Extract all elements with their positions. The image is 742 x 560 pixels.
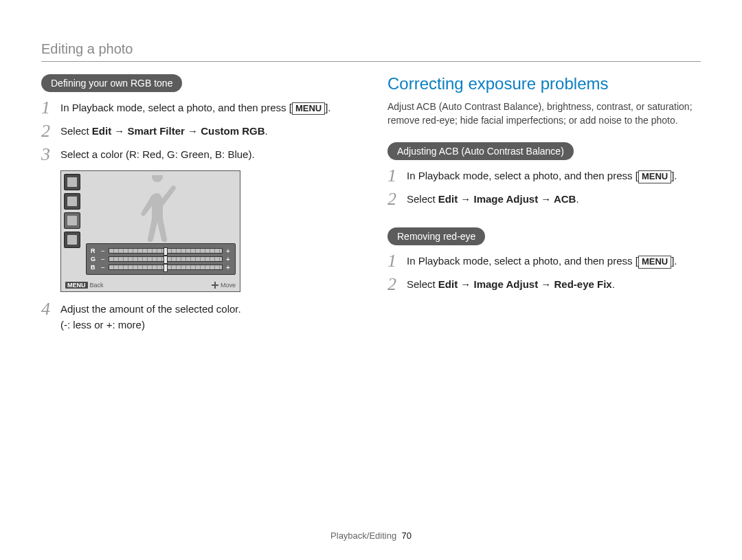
step-text: In Playback mode, select a photo, and th… (407, 170, 638, 181)
steps-defining-rgb: 1 In Playback mode, select a photo, and … (41, 100, 355, 164)
step-body: Select Edit → Image Adjust → ACB. (407, 192, 701, 206)
slider-label: B (91, 264, 98, 271)
step-path: Edit → Image Adjust → ACB (438, 193, 576, 205)
step-body: Select a color (R: Red, G: Green, B: Blu… (60, 147, 355, 161)
step-text: In Playback mode, select a photo, and th… (60, 102, 292, 113)
slider-row-b: B − + (91, 263, 231, 271)
step-number: 1 (41, 99, 60, 117)
section-heading: Correcting exposure problems (387, 74, 701, 93)
screen-sidebar-icon (64, 232, 80, 248)
slider-handle (164, 264, 168, 272)
step-text: Select (60, 125, 92, 137)
step-number: 1 (387, 252, 407, 270)
step-text: Select (407, 278, 438, 290)
step-number: 3 (41, 146, 60, 164)
step-body: Select Edit → Smart Filter → Custom RGB. (60, 124, 355, 138)
plus-icon: + (225, 264, 231, 271)
slider-handle (164, 247, 168, 256)
steps-defining-rgb-cont: 4 Adjust the amount of the selected colo… (41, 302, 355, 332)
nav-icon (212, 282, 218, 289)
step-number: 2 (387, 190, 407, 208)
footer-back-label: Back (90, 282, 104, 289)
menu-button-label: MENU (638, 170, 671, 183)
menu-tag: MENU (65, 282, 88, 289)
slider-label: R (91, 247, 98, 254)
slider-label: G (91, 256, 98, 262)
slider-handle (164, 256, 168, 264)
steps-redeye: 1 In Playback mode, select a photo, and … (387, 254, 701, 293)
screen-sidebar-icon-selected (64, 212, 80, 229)
screen-sidebar-icon (64, 174, 80, 190)
step-text: . (612, 278, 615, 290)
step-body: Adjust the amount of the selected color.… (60, 302, 355, 332)
pill-defining-rgb: Defining your own RGB tone (41, 74, 182, 92)
step-path: Edit → Smart Filter → Custom RGB (92, 125, 265, 137)
step-text: Adjust the amount of the selected color. (60, 303, 241, 315)
step-text: Select (407, 193, 438, 205)
step-text: ]. (671, 255, 677, 267)
slider-bar (109, 256, 223, 262)
plus-icon: + (225, 247, 231, 255)
step-body: Select Edit → Image Adjust → Red-eye Fix… (407, 277, 701, 291)
footer-section: Playback/Editing (330, 530, 396, 541)
step-number: 2 (41, 122, 60, 140)
step-text: . (265, 125, 268, 137)
page-title: Editing a photo (41, 41, 701, 57)
footer-move-label: Move (221, 282, 236, 289)
screen-sidebar (64, 174, 82, 248)
step-body: In Playback mode, select a photo, and th… (407, 168, 701, 183)
minus-icon: − (100, 264, 106, 271)
slider-bar (109, 248, 223, 254)
slider-bar (109, 265, 223, 270)
rgb-sliders-panel: R − + G − + B − + (86, 243, 236, 275)
step-text: . (576, 193, 578, 205)
plus-icon: + (225, 256, 231, 263)
step: 4 Adjust the amount of the selected colo… (41, 302, 355, 332)
footer-page-number: 70 (401, 530, 411, 541)
step-path: Edit → Image Adjust → Red-eye Fix (438, 278, 612, 290)
step-body: In Playback mode, select a photo, and th… (60, 100, 355, 115)
menu-button-label: MENU (638, 256, 671, 269)
slider-row-r: R − + (91, 247, 231, 255)
step: 1 In Playback mode, select a photo, and … (387, 168, 701, 185)
step: 1 In Playback mode, select a photo, and … (41, 100, 355, 117)
pill-adjusting-acb: Adjusting ACB (Auto Contrast Balance) (387, 142, 574, 160)
step-body: In Playback mode, select a photo, and th… (407, 254, 701, 268)
header-rule (41, 61, 701, 62)
step: 1 In Playback mode, select a photo, and … (387, 254, 701, 270)
menu-button-label: MENU (292, 102, 325, 115)
steps-acb: 1 In Playback mode, select a photo, and … (387, 168, 701, 208)
step-number: 4 (41, 300, 60, 318)
minus-icon: − (100, 247, 106, 255)
pill-removing-red-eye: Removing red-eye (387, 227, 485, 245)
minus-icon: − (100, 256, 106, 263)
section-intro: Adjust ACB (Auto Contrast Balance), brig… (387, 100, 701, 127)
person-silhouette-icon (123, 175, 192, 244)
step-number: 1 (387, 167, 407, 185)
screen-footer: MENU Back Move (65, 282, 236, 289)
screen-sidebar-icon (64, 193, 80, 210)
right-column: Correcting exposure problems Adjust ACB … (387, 74, 701, 339)
left-column: Defining your own RGB tone 1 In Playback… (41, 74, 355, 339)
step: 2 Select Edit → Image Adjust → ACB. (387, 192, 701, 208)
step-subtext: (-: less or +: more) (60, 317, 355, 332)
step-text: In Playback mode, select a photo, and th… (407, 255, 638, 267)
step-text: ]. (325, 102, 330, 113)
step-text: ]. (671, 170, 677, 181)
step: 2 Select Edit → Smart Filter → Custom RG… (41, 124, 355, 140)
step-number: 2 (387, 276, 407, 293)
slider-row-g: G − + (91, 255, 231, 263)
camera-screen-illustration: R − + G − + B − + (60, 170, 240, 292)
step: 3 Select a color (R: Red, G: Green, B: B… (41, 147, 355, 164)
page-footer: Playback/Editing 70 (0, 530, 742, 541)
step: 2 Select Edit → Image Adjust → Red-eye F… (387, 277, 701, 293)
